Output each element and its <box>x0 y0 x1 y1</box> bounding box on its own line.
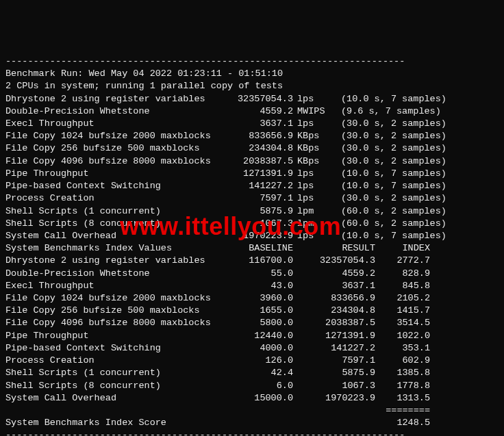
test-note: (30.0 s, 2 samples) <box>331 118 485 130</box>
test-note: (10.0 s, 7 samples) <box>331 168 485 180</box>
test-row: File Copy 1024 bufsize 2000 maxblocks833… <box>5 130 499 142</box>
test-name: Pipe Throughput <box>5 168 218 180</box>
test-row: Shell Scripts (8 concurrent)1067.3lpm(60… <box>5 218 499 230</box>
test-note: (9.6 s, 7 samples) <box>331 105 485 118</box>
rule-bottom: ----------------------------------------… <box>5 429 499 436</box>
index-row: File Copy 4096 bufsize 8000 maxblocks580… <box>5 317 499 329</box>
index-baseline: 1655.0 <box>218 305 293 317</box>
index-value: 845.8 <box>375 280 430 292</box>
test-note: (60.0 s, 2 samples) <box>331 205 485 218</box>
test-row: Pipe-based Context Switching141227.2lps(… <box>5 180 499 192</box>
index-name: Pipe-based Context Switching <box>5 342 218 355</box>
test-unit: KBps <box>293 130 331 142</box>
index-result: 1067.3 <box>293 380 375 392</box>
index-baseline: 12440.0 <box>218 330 293 342</box>
index-result: 5875.9 <box>293 367 375 379</box>
index-value: 828.9 <box>375 268 430 280</box>
score-value: 1248.5 <box>375 417 430 429</box>
test-row: File Copy 256 bufsize 500 maxblocks23430… <box>5 142 499 155</box>
score-row: System Benchmarks Index Score1248.5 <box>5 417 499 429</box>
test-unit: MWIPS <box>293 105 331 118</box>
index-row: System Call Overhead15000.01970223.91313… <box>5 392 499 405</box>
test-row: Double-Precision Whetstone4559.2MWIPS(9.… <box>5 105 499 118</box>
test-unit: lps <box>293 93 331 105</box>
index-title: System Benchmarks Index Values <box>5 242 218 255</box>
index-name: Dhrystone 2 using register variables <box>5 255 218 267</box>
test-note: (60.0 s, 2 samples) <box>331 218 485 230</box>
score-label: System Benchmarks Index Score <box>5 417 218 429</box>
test-row: Pipe Throughput1271391.9lps(10.0 s, 7 sa… <box>5 168 499 180</box>
index-value: 2772.7 <box>375 255 430 267</box>
test-value: 2038387.5 <box>218 155 293 168</box>
test-name: Shell Scripts (8 concurrent) <box>5 218 218 230</box>
index-result: 141227.2 <box>293 342 375 355</box>
index-row: Pipe-based Context Switching4000.0141227… <box>5 342 499 355</box>
test-value: 141227.2 <box>218 180 293 192</box>
result-hdr: RESULT <box>293 242 375 255</box>
test-value: 234304.8 <box>218 142 293 155</box>
index-row: Process Creation126.07597.1602.9 <box>5 355 499 367</box>
test-note: (30.0 s, 2 samples) <box>331 142 485 155</box>
index-result: 32357054.3 <box>293 255 375 267</box>
index-value: 3514.5 <box>375 317 430 329</box>
test-unit: lps <box>293 230 331 242</box>
index-result: 833656.9 <box>293 292 375 305</box>
test-name: Process Creation <box>5 192 218 205</box>
index-result: 234304.8 <box>293 305 375 317</box>
test-unit: lps <box>293 192 331 205</box>
index-name: Pipe Throughput <box>5 330 218 342</box>
test-note: (10.0 s, 7 samples) <box>331 180 485 192</box>
index-result: 2038387.5 <box>293 317 375 329</box>
index-row: Shell Scripts (1 concurrent)42.45875.913… <box>5 367 499 379</box>
baseline-hdr: BASELINE <box>218 242 293 255</box>
index-value: 1022.0 <box>375 330 430 342</box>
test-name: Pipe-based Context Switching <box>5 180 218 192</box>
index-result: 1970223.9 <box>293 392 375 405</box>
index-name: File Copy 4096 bufsize 8000 maxblocks <box>5 317 218 329</box>
test-unit: lps <box>293 118 331 130</box>
index-row: File Copy 256 bufsize 500 maxblocks1655.… <box>5 305 499 317</box>
test-note: (30.0 s, 2 samples) <box>331 192 485 205</box>
test-name: Double-Precision Whetstone <box>5 105 218 118</box>
test-name: Execl Throughput <box>5 118 218 130</box>
index-baseline: 42.4 <box>218 367 293 379</box>
test-unit: KBps <box>293 155 331 168</box>
test-row: File Copy 4096 bufsize 8000 maxblocks203… <box>5 155 499 168</box>
test-value: 1970223.9 <box>218 230 293 242</box>
test-name: File Copy 256 bufsize 500 maxblocks <box>5 142 218 155</box>
test-name: File Copy 4096 bufsize 8000 maxblocks <box>5 155 218 168</box>
index-name: File Copy 256 bufsize 500 maxblocks <box>5 305 218 317</box>
index-value: 353.1 <box>375 342 430 355</box>
test-unit: KBps <box>293 142 331 155</box>
index-value: 1313.5 <box>375 392 430 405</box>
test-value: 7597.1 <box>218 192 293 205</box>
index-baseline: 15000.0 <box>218 392 293 405</box>
index-baseline: 116700.0 <box>218 255 293 267</box>
test-value: 1067.3 <box>218 218 293 230</box>
test-value: 3637.1 <box>218 118 293 130</box>
index-name: Double-Precision Whetstone <box>5 268 218 280</box>
test-name: Shell Scripts (1 concurrent) <box>5 205 218 218</box>
index-value: 602.9 <box>375 355 430 367</box>
test-value: 5875.9 <box>218 205 293 218</box>
index-name: Shell Scripts (8 concurrent) <box>5 380 218 392</box>
index-row: Dhrystone 2 using register variables1167… <box>5 255 499 267</box>
index-row: Shell Scripts (8 concurrent)6.01067.3177… <box>5 380 499 392</box>
test-name: File Copy 1024 bufsize 2000 maxblocks <box>5 130 218 142</box>
index-baseline: 43.0 <box>218 280 293 292</box>
test-unit: lpm <box>293 205 331 218</box>
test-note: (30.0 s, 2 samples) <box>331 130 485 142</box>
eq-row: ======== <box>5 405 499 417</box>
index-value: 2105.2 <box>375 292 430 305</box>
index-row: Double-Precision Whetstone55.04559.2828.… <box>5 268 499 280</box>
terminal-output: ----------------------------------------… <box>5 55 499 436</box>
index-result: 3637.1 <box>293 280 375 292</box>
index-baseline: 3960.0 <box>218 292 293 305</box>
index-name: File Copy 1024 bufsize 2000 maxblocks <box>5 292 218 305</box>
index-row: Pipe Throughput12440.01271391.91022.0 <box>5 330 499 342</box>
cpu-line: 2 CPUs in system; running 1 parallel cop… <box>5 80 499 92</box>
rule-top: ----------------------------------------… <box>5 55 499 68</box>
test-value: 1271391.9 <box>218 168 293 180</box>
index-name: Process Creation <box>5 355 218 367</box>
index-baseline: 5800.0 <box>218 317 293 329</box>
